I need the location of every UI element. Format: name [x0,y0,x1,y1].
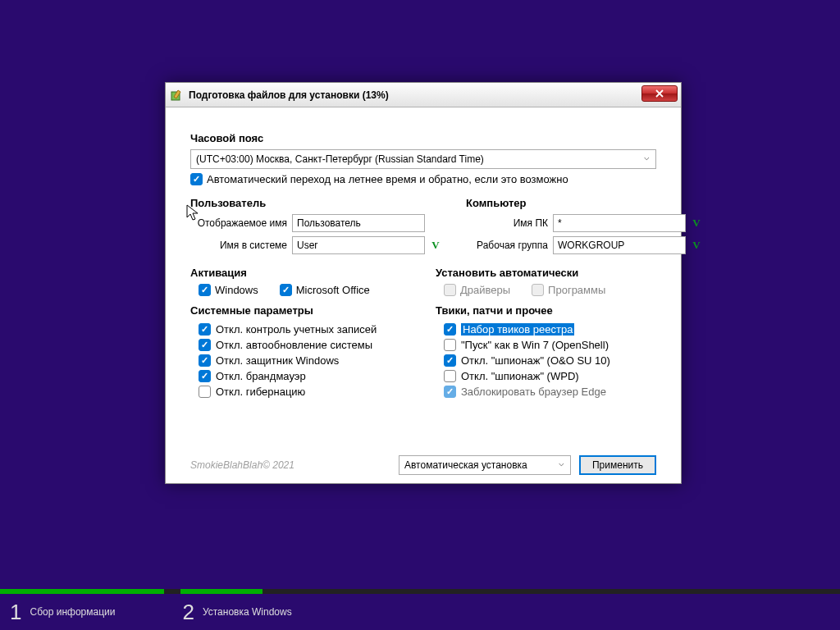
tweaks-column: Твики, патчи и прочее Набор твиков реест… [436,304,656,444]
pc-name-label: Имя ПК [466,217,548,229]
tweak-item-checkbox[interactable] [444,354,456,367]
autoinstall-programs: Программы [532,284,605,296]
tweak-item-checkbox[interactable] [444,370,456,382]
step-1-number: 1 [10,600,21,625]
sysparam-item-row: Откл. автообновление системы [190,337,411,353]
sysparam-item-label: Откл. автообновление системы [216,339,372,351]
computer-heading: Компьютер [466,197,702,209]
tweak-item-row: Откл. "шпионаж" (WPD) [436,368,656,384]
steps: 1 Сбор информации 2 Установка Windows [0,594,840,630]
timezone-select[interactable] [190,149,656,169]
pc-name-valid: V [691,217,702,230]
dst-label: Автоматический переход на летнее время и… [207,173,568,185]
autoinstall-drivers-label: Драйверы [460,284,510,296]
timezone-select-wrap [190,149,656,169]
close-button[interactable] [641,85,678,102]
tweak-item-label: Откл. "шпионаж" (WPD) [461,370,579,382]
activation-items: Windows Microsoft Office [199,284,411,296]
tweaks-list: Набор твиков реестра"Пуск" как в Win 7 (… [436,322,656,399]
dst-row: Автоматический переход на летнее время и… [190,173,656,185]
system-name-row: Имя в системе V [190,236,441,254]
window-title: Подготовка файлов для установки (13%) [189,89,389,101]
step-1: 1 Сбор информации [0,594,115,630]
sysparam-item-label: Откл. защитник Windows [216,354,339,367]
tweak-item-label: Набор твиков реестра [461,323,574,336]
tweak-item-checkbox[interactable] [444,323,456,336]
sysparams-heading: Системные параметры [190,304,411,317]
tweak-item-checkbox[interactable] [444,339,456,351]
copyright-label: SmokieBlahBlah© 2021 [190,459,390,471]
tweak-item-row: "Пуск" как в Win 7 (OpenShell) [436,337,656,353]
cursor-icon [186,204,199,222]
activation-windows: Windows [199,284,258,296]
sysparam-item-row: Откл. контроль учетных записей [190,322,411,337]
sysparam-item-label: Откл. брандмауэр [216,370,306,382]
sysparams-column: Системные параметры Откл. контроль учетн… [190,304,411,444]
autoinstall-programs-checkbox [532,284,544,296]
activation-windows-label: Windows [215,284,258,296]
step-2-number: 2 [182,600,194,625]
display-name-row: Отображаемое имя V [190,214,441,232]
sysparam-item-row: Откл. защитник Windows [190,353,411,368]
options-area: Системные параметры Откл. контроль учетн… [190,304,656,444]
autoinstall-drivers: Драйверы [444,284,510,296]
step-2-label: Установка Windows [203,606,292,618]
activation-column: Активация Windows Microsoft Office [190,267,411,296]
sysparam-item-row: Откл. гибернацию [190,384,411,399]
pc-name-row: Имя ПК V [466,214,702,232]
autoinstall-heading: Установить автоматически [436,267,656,279]
autoinstall-column: Установить автоматически Драйверы Програ… [436,267,656,296]
tweak-item-label: Заблокировать браузер Edge [461,386,606,398]
sysparam-item-checkbox[interactable] [199,370,211,382]
sysparam-item-checkbox[interactable] [199,339,211,351]
mode-select[interactable] [399,455,571,475]
workgroup-label: Рабочая группа [466,240,548,251]
system-name-label: Имя в системе [190,240,287,251]
user-computer-columns: Пользователь Отображаемое имя V Имя в си… [190,197,656,258]
activation-autoinstall-columns: Активация Windows Microsoft Office Устан… [190,267,656,296]
computer-column: Компьютер Имя ПК V Рабочая группа V [466,197,702,258]
dst-checkbox[interactable] [190,173,203,185]
tweak-item-row: Набор твиков реестра [436,322,656,337]
close-icon [655,89,664,98]
workgroup-valid: V [691,239,702,252]
sysparam-item-checkbox[interactable] [199,354,211,367]
timezone-heading: Часовой пояс [190,132,656,144]
activation-windows-checkbox[interactable] [199,284,211,296]
system-name-input[interactable] [292,236,425,254]
sysparam-item-label: Откл. гибернацию [216,386,305,398]
bottom-bar: 1 Сбор информации 2 Установка Windows [0,589,840,630]
activation-office-label: Microsoft Office [296,284,370,296]
tweak-item-checkbox[interactable] [444,386,456,398]
mode-select-wrap [399,455,571,475]
system-name-valid: V [430,239,441,252]
activation-office-checkbox[interactable] [280,284,292,296]
apply-button[interactable]: Применить [579,455,656,475]
autoinstall-programs-label: Программы [548,284,605,296]
sysparams-list: Откл. контроль учетных записейОткл. авто… [190,322,411,399]
activation-office: Microsoft Office [280,284,370,296]
display-name-label: Отображаемое имя [190,217,287,229]
sysparam-item-label: Откл. контроль учетных записей [216,323,377,336]
footer: SmokieBlahBlah© 2021 Применить [190,444,656,475]
step-1-label: Сбор информации [30,606,115,618]
titlebar: Подготовка файлов для установки (13%) [166,83,681,107]
display-name-input[interactable] [292,214,425,232]
sysparam-item-checkbox[interactable] [199,323,211,336]
activation-heading: Активация [190,267,411,279]
pc-name-input[interactable] [553,214,686,232]
installer-window: Подготовка файлов для установки (13%) Ча… [165,82,682,484]
app-icon [171,89,184,102]
tweak-item-row: Заблокировать браузер Edge [436,384,656,399]
sysparam-item-checkbox[interactable] [199,386,211,398]
step-2: 2 Установка Windows [172,594,291,630]
workgroup-row: Рабочая группа V [466,236,702,254]
sysparam-item-row: Откл. брандмауэр [190,368,411,384]
tweaks-heading: Твики, патчи и прочее [436,304,656,317]
tweak-item-label: "Пуск" как в Win 7 (OpenShell) [461,339,609,351]
workgroup-input[interactable] [553,236,686,254]
autoinstall-items: Драйверы Программы [444,284,656,296]
user-heading: Пользователь [190,197,441,209]
tweak-item-label: Откл. "шпионаж" (O&O SU 10) [461,354,610,367]
autoinstall-drivers-checkbox [444,284,456,296]
